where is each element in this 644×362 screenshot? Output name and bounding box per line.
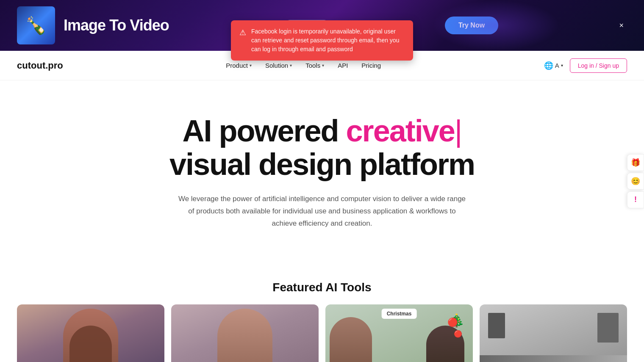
alert-message: Facebook login is temporarily unavailabl… <box>251 27 405 54</box>
banner-bottle-image <box>17 6 55 44</box>
featured-section: Featured AI Tools Christmas 🎄 🔴 🔴 <box>0 281 644 362</box>
nav-tools[interactable]: Tools ▾ <box>305 62 324 69</box>
language-button[interactable]: 🌐 A ▾ <box>544 61 563 70</box>
alert-overlay: ⚠ Facebook login is temporarily unavaila… <box>231 20 413 61</box>
banner-close-button[interactable]: × <box>616 19 627 32</box>
face-widget[interactable]: 😊 <box>627 173 644 190</box>
hero-title-part1: AI powered <box>183 114 346 148</box>
banner-title: Image To Video <box>64 17 169 34</box>
gift-widget[interactable]: 🎁 <box>627 154 644 171</box>
face-icon: 😊 <box>631 177 640 186</box>
alert-box: ⚠ Facebook login is temporarily unavaila… <box>231 20 413 61</box>
banner-try-button[interactable]: Try Now <box>445 17 498 34</box>
solution-chevron-icon: ▾ <box>290 63 292 68</box>
hero-cursor: | <box>455 114 462 148</box>
alert-warning-icon: ⚠ <box>239 28 246 37</box>
lang-chevron-icon: ▾ <box>561 63 563 68</box>
tools-chevron-icon: ▾ <box>322 63 324 68</box>
exclamation-icon: ! <box>634 195 637 204</box>
side-widgets: 🎁 😊 ! <box>627 154 644 208</box>
tool-card-4[interactable] <box>480 304 627 362</box>
product-chevron-icon: ▾ <box>250 63 252 68</box>
nav-solution[interactable]: Solution ▾ <box>265 62 292 69</box>
hero-title: AI powered creative| visual design platf… <box>17 114 627 181</box>
nav-product[interactable]: Product ▾ <box>226 62 252 69</box>
gift-icon: 🎁 <box>631 158 640 167</box>
site-logo[interactable]: cutout.pro <box>17 60 63 71</box>
tool-card-2[interactable] <box>171 304 319 362</box>
christmas-badge: Christmas <box>387 311 412 317</box>
featured-title: Featured AI Tools <box>17 281 627 294</box>
hero-section: AI powered creative| visual design platf… <box>0 80 644 281</box>
hero-title-part2: visual design platform <box>169 147 475 181</box>
nav-api[interactable]: API <box>338 62 348 69</box>
translate-icon: 🌐 <box>544 61 553 70</box>
hero-subtitle: We leverage the power of artificial inte… <box>178 193 466 230</box>
tool-card-1[interactable] <box>17 304 164 362</box>
banner-left: Image To Video <box>17 6 169 44</box>
tool-card-3[interactable]: Christmas 🎄 🔴 🔴 <box>325 304 473 362</box>
hero-title-highlight: creative <box>346 114 455 148</box>
nav-right: 🌐 A ▾ Log in / Sign up <box>544 58 627 73</box>
login-signup-button[interactable]: Log in / Sign up <box>570 58 627 73</box>
tools-row: Christmas 🎄 🔴 🔴 <box>17 304 627 362</box>
alert-widget[interactable]: ! <box>627 191 644 208</box>
nav-links: Product ▾ Solution ▾ Tools ▾ API Pricing <box>226 62 381 69</box>
nav-pricing[interactable]: Pricing <box>361 62 381 69</box>
